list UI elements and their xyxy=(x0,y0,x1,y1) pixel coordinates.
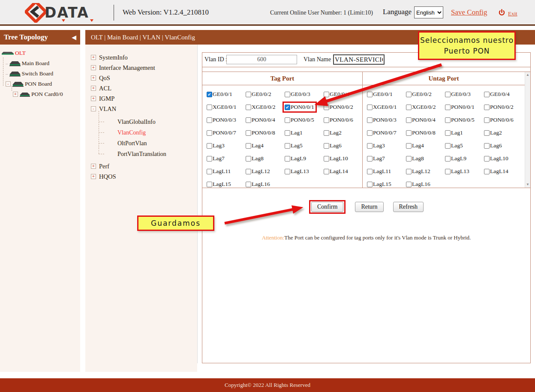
tag-checkbox-lag5[interactable] xyxy=(285,143,290,149)
expand-toggle-icon[interactable]: + xyxy=(91,164,96,169)
tag-checkbox-pon0-0-3[interactable] xyxy=(207,117,212,123)
untag-checkbox-lagl9[interactable] xyxy=(445,156,451,162)
exit-link[interactable]: Exit xyxy=(508,10,517,17)
tag-checkbox-lag1[interactable] xyxy=(285,130,290,136)
nav-item-perf[interactable]: +Perf xyxy=(91,161,197,171)
tag-checkbox-pon0-0-4[interactable] xyxy=(246,117,251,123)
untag-checkbox-lag2[interactable] xyxy=(484,130,490,136)
tag-checkbox-pon0-0-5[interactable] xyxy=(285,117,290,123)
tag-checkbox-lagl14[interactable] xyxy=(324,169,329,174)
tag-checkbox-lagl16[interactable] xyxy=(246,182,251,187)
untag-checkbox-ge0-0-1[interactable] xyxy=(367,92,373,97)
nav-item-vlanglobalinfo[interactable]: VlanGlobalInfo xyxy=(91,117,197,127)
untag-checkbox-lagl16[interactable] xyxy=(406,182,412,187)
tag-checkbox-ge0-0-1[interactable]: ✔ xyxy=(207,92,212,97)
scroll-down-icon[interactable]: ▼ xyxy=(526,183,529,186)
tag-checkbox-xge0-0-1[interactable] xyxy=(207,105,212,110)
untag-checkbox-lag4[interactable] xyxy=(406,143,412,149)
untag-checkbox-lagl11[interactable] xyxy=(367,169,373,174)
expand-toggle-icon[interactable]: - xyxy=(6,81,11,87)
tag-checkbox-lag3[interactable] xyxy=(207,143,212,149)
expand-toggle-icon[interactable]: + xyxy=(91,96,96,101)
expand-toggle-icon[interactable]: + xyxy=(91,55,96,60)
untag-checkbox-lag3[interactable] xyxy=(367,143,373,149)
expand-toggle-icon[interactable]: + xyxy=(13,92,18,97)
tree-node-main-board[interactable]: –Main Board xyxy=(0,58,80,69)
expand-toggle-icon[interactable]: + xyxy=(91,174,96,179)
tag-checkbox-lag8[interactable] xyxy=(246,156,251,162)
nav-item-interface-management[interactable]: +Interface Management xyxy=(91,63,197,73)
tag-checkbox-pon0-0-7[interactable] xyxy=(207,130,212,136)
nav-item-vlan[interactable]: -VLAN xyxy=(91,104,197,114)
nav-item-hqos[interactable]: +HQOS xyxy=(91,171,197,182)
nav-item-systeminfo[interactable]: +SystemInfo xyxy=(91,52,197,63)
vlan-name-input[interactable] xyxy=(333,54,385,65)
untag-checkbox-lagl10[interactable] xyxy=(484,156,490,162)
untag-checkbox-ge0-0-3[interactable] xyxy=(445,92,451,97)
tag-checkbox-ge0-0-2[interactable] xyxy=(246,92,251,97)
return-button[interactable]: Return xyxy=(355,202,383,212)
nav-item-acl[interactable]: +ACL xyxy=(91,83,197,93)
tag-checkbox-lag7[interactable] xyxy=(207,156,212,162)
untag-checkbox-pon0-0-5[interactable] xyxy=(445,117,451,123)
tag-checkbox-pon0-0-2[interactable] xyxy=(324,105,329,110)
untag-checkbox-lag7[interactable] xyxy=(367,156,373,162)
untag-checkbox-lagl14[interactable] xyxy=(484,169,490,174)
untag-checkbox-pon0-0-6[interactable] xyxy=(484,117,490,123)
nav-item-portvlantranslation[interactable]: PortVlanTranslation xyxy=(91,149,197,159)
untag-checkbox-lag8[interactable] xyxy=(406,156,412,162)
untag-checkbox-xge0-0-2[interactable] xyxy=(406,105,412,110)
language-select[interactable]: English xyxy=(414,6,443,18)
nav-item-qos[interactable]: +QoS xyxy=(91,73,197,83)
tag-checkbox-lag4[interactable] xyxy=(246,143,251,149)
tree-node-switch-board[interactable]: –Switch Board xyxy=(0,69,80,79)
untag-checkbox-lagl15[interactable] xyxy=(367,182,373,187)
untag-checkbox-pon0-0-8[interactable] xyxy=(406,130,412,136)
tree-node-pon-card0-0[interactable]: +PON Card0/0 xyxy=(0,89,80,99)
expand-toggle-icon[interactable]: + xyxy=(91,75,96,81)
tag-checkbox-lag2[interactable] xyxy=(324,130,329,136)
tag-checkbox-lagl13[interactable] xyxy=(285,169,290,174)
untag-checkbox-lagl13[interactable] xyxy=(445,169,451,174)
tree-node-pon-board[interactable]: -PON Board xyxy=(0,79,80,89)
untag-checkbox-ge0-0-2[interactable] xyxy=(406,92,412,97)
scroll-up-icon[interactable]: ▲ xyxy=(526,73,529,77)
untag-checkbox-pon0-0-2[interactable] xyxy=(484,105,490,110)
expand-toggle-icon[interactable]: + xyxy=(91,65,96,70)
untag-checkbox-lagl12[interactable] xyxy=(406,169,412,174)
expand-toggle-icon[interactable]: + xyxy=(91,86,96,91)
tag-checkbox-ge0-0-3[interactable] xyxy=(285,92,290,97)
nav-item-oltportvlan[interactable]: OltPortVlan xyxy=(91,138,197,149)
untag-checkbox-pon0-0-1[interactable] xyxy=(445,105,451,110)
expand-toggle-icon[interactable]: - xyxy=(91,106,96,111)
tag-checkbox-lag6[interactable] xyxy=(324,143,329,149)
power-icon[interactable] xyxy=(498,9,505,18)
tag-checkbox-ge0-0-4[interactable] xyxy=(324,92,329,97)
tag-checkbox-lagl10[interactable] xyxy=(324,156,329,162)
tag-checkbox-pon0-0-8[interactable] xyxy=(246,130,251,136)
tag-checkbox-pon0-0-6[interactable] xyxy=(324,117,329,123)
tag-checkbox-xge0-0-2[interactable] xyxy=(246,105,251,110)
untag-checkbox-pon0-0-7[interactable] xyxy=(367,130,373,136)
refresh-button[interactable]: Refresh xyxy=(393,202,424,212)
untag-checkbox-pon0-0-4[interactable] xyxy=(406,117,412,123)
port-table-scrollbar[interactable]: ▲ ▼ xyxy=(525,72,530,188)
untag-checkbox-lag5[interactable] xyxy=(445,143,451,149)
tree-node-olt[interactable]: OLT xyxy=(0,48,80,58)
tag-checkbox-lagl9[interactable] xyxy=(285,156,290,162)
tag-checkbox-lagl11[interactable] xyxy=(207,169,212,174)
tag-checkbox-pon0-0-1[interactable]: ✔ xyxy=(285,105,290,110)
untag-checkbox-lag1[interactable] xyxy=(445,130,451,136)
collapse-sidebar-icon[interactable]: ◀ xyxy=(72,34,76,41)
untag-checkbox-xge0-0-1[interactable] xyxy=(367,105,373,110)
confirm-button[interactable]: Confirm xyxy=(311,202,343,212)
vlan-id-input[interactable] xyxy=(226,55,297,64)
save-config-link[interactable]: Save Config xyxy=(451,8,487,17)
untag-checkbox-lag6[interactable] xyxy=(484,143,490,149)
tag-checkbox-lagl15[interactable] xyxy=(207,182,212,187)
nav-item-igmp[interactable]: +IGMP xyxy=(91,93,197,104)
nav-item-vlanconfig[interactable]: VlanConfig xyxy=(91,127,197,138)
tag-checkbox-lagl12[interactable] xyxy=(246,169,251,174)
untag-checkbox-ge0-0-4[interactable] xyxy=(484,92,490,97)
untag-checkbox-pon0-0-3[interactable] xyxy=(367,117,373,123)
